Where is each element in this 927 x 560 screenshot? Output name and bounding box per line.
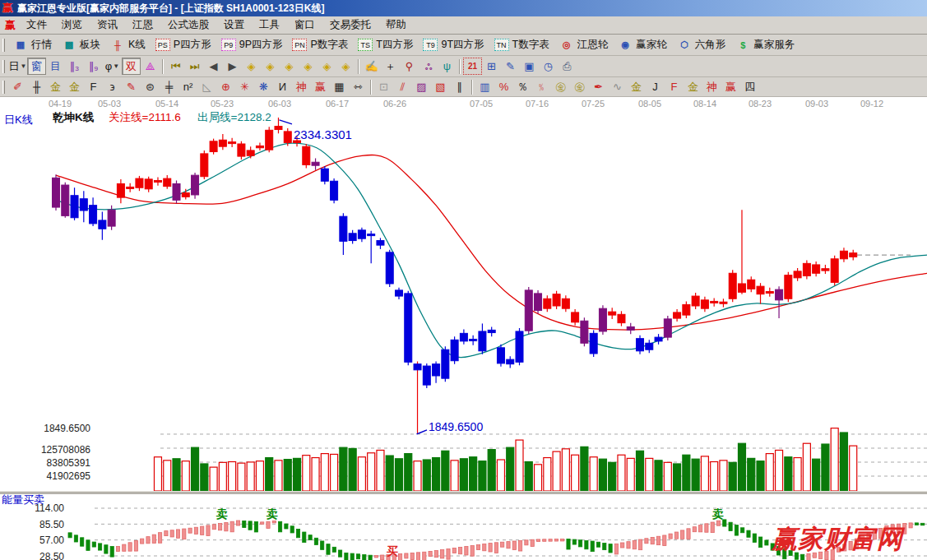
chart-area[interactable]: 04-1905-0305-1405-2306-0306-1706-2607-05… xyxy=(0,97,927,560)
toolbar-button-pen-tool[interactable]: ✎ xyxy=(122,78,141,95)
toolbar-button-shen-tool[interactable]: 神 xyxy=(292,78,311,95)
toolbar-button-last-bar[interactable]: ⏭ xyxy=(185,58,204,75)
toolbar-button-first-bar[interactable]: ⏮ xyxy=(166,58,185,75)
menu-item-6[interactable]: 设置 xyxy=(216,16,252,34)
toolbar-button-four-angle[interactable]: 四 xyxy=(740,78,759,95)
toolbar-button-circle-cycle[interactable]: ⊜ xyxy=(141,78,160,95)
toolbar-button-sectors[interactable]: ▩板块 xyxy=(57,36,105,53)
toolbar-button-hand-tool[interactable]: ✍ xyxy=(362,58,381,75)
toolbar-button-ying-tool[interactable]: 赢 xyxy=(311,78,330,95)
toolbar-button-diamond-h-expand[interactable]: ◈ xyxy=(280,58,299,75)
toolbar-button-diamond-fit[interactable]: ◈ xyxy=(336,58,355,75)
toolbar-button-ying-angle[interactable]: 赢 xyxy=(721,78,740,95)
pane-separator[interactable] xyxy=(0,491,927,494)
menu-item-9[interactable]: 交易委托 xyxy=(322,16,378,34)
toolbar-button-gann-tool[interactable]: ஃ xyxy=(419,58,438,75)
menu-item-2[interactable]: 浏览 xyxy=(54,16,90,34)
title-bar[interactable]: 赢 赢家江恩专业版[赢家内部服务平台] - [上证指数 SH1A0001-123… xyxy=(0,0,927,16)
toolbar-button-prev-bar[interactable]: ◀ xyxy=(204,58,223,75)
toolbar-button-color-chart[interactable]: ⟁ xyxy=(141,58,160,75)
toolbar-button-gold-angle-2[interactable]: 金 xyxy=(684,78,702,95)
toolbar-button-fan-lines[interactable]: ⫽ xyxy=(393,78,412,95)
toolbar-button-qiankun-toggle[interactable]: 双 xyxy=(122,58,141,75)
toolbar-button-period-daily[interactable]: 日▼ xyxy=(8,58,27,75)
toolbar-button-winner-wheel[interactable]: ◉赢家轮 xyxy=(613,36,672,53)
menu-item-8[interactable]: 窗口 xyxy=(287,16,322,34)
menu-item-3[interactable]: 资讯 xyxy=(90,16,125,34)
toolbar-button-quotes[interactable]: ▦行情 xyxy=(8,36,57,53)
toolbar-button-box-select[interactable]: ⊡ xyxy=(374,78,393,95)
toolbar-button-grid-123[interactable]: ▦ xyxy=(330,78,349,95)
toolbar-button-diamond-right[interactable]: ◈ xyxy=(261,58,280,75)
toolbar-button-gold-circle-1[interactable]: ㊎ xyxy=(551,78,570,95)
toolbar-button-hexagon[interactable]: ⬡六角形 xyxy=(672,36,731,53)
menu-item-1[interactable]: 文件 xyxy=(19,16,54,34)
toolbar-button-gold-angle[interactable]: 金 xyxy=(627,78,646,95)
toolbar-button-diamond-expand-all[interactable]: ◈ xyxy=(317,58,336,75)
toolbar-button-bars-9[interactable]: ∥₉ xyxy=(84,58,103,75)
toolbar-button-star-web[interactable]: ✳ xyxy=(235,78,254,95)
toolbar-button-gold-circle-2[interactable]: ㊎ xyxy=(570,78,589,95)
toolbar-button-wave-angle[interactable]: ∿ xyxy=(608,78,627,95)
toolbar-button-calculator[interactable]: ⊞ xyxy=(482,58,501,75)
toolbar-button-crosshair-tool[interactable]: ＋ xyxy=(381,58,400,75)
toolbar-button-diamond-left[interactable]: ◈ xyxy=(242,58,261,75)
toolbar-button-j-angle[interactable]: J xyxy=(646,78,665,95)
toolbar-button-zoom-tool[interactable]: ⚲ xyxy=(400,58,419,75)
toolbar-button-spiral-tool[interactable]: ϶ xyxy=(103,78,122,95)
toolbar-button-save[interactable]: ▣ xyxy=(520,58,539,75)
toolbar-button-9t-square[interactable]: T99T四方形 xyxy=(418,36,489,53)
toolbar-button-percent-tool[interactable]: ％ xyxy=(513,78,532,95)
menu-item-5[interactable]: 公式选股 xyxy=(160,16,216,34)
toolbar-button-kline[interactable]: ╫K线 xyxy=(105,36,151,53)
toolbar-grip[interactable] xyxy=(2,60,5,73)
toolbar-button-web-grid[interactable]: ❋ xyxy=(254,78,273,95)
toolbar-button-gann-box[interactable]: ▨ xyxy=(412,78,431,95)
toolbar-button-p-square[interactable]: PSP四方形 xyxy=(151,36,216,53)
toolbar-button-bars-3[interactable]: ∥₃ xyxy=(65,58,84,75)
toolbar-button-gold-segment-1[interactable]: 金 xyxy=(46,78,65,95)
toolbar-button-tick-ruler[interactable]: ╪ xyxy=(160,78,178,95)
menu-item-4[interactable]: 江恩 xyxy=(125,16,160,34)
toolbar-button-gann-wheel[interactable]: ◎江恩轮 xyxy=(554,36,614,53)
toolbar-button-measure-lines[interactable]: ╫ xyxy=(27,78,46,95)
toolbar-button-analysis-tool[interactable]: ψ xyxy=(438,58,457,75)
toolbar-button-knife-tool[interactable]: ✐ xyxy=(8,78,27,95)
indicator-legend-name[interactable]: 乾坤K线 xyxy=(53,110,94,125)
menu-item-10[interactable]: 帮助 xyxy=(378,16,414,34)
toolbar-button-gold-segment-2[interactable]: 金 xyxy=(65,78,84,95)
toolbar-button-n-square[interactable]: n² xyxy=(178,78,197,95)
toolbar-button-chart-window[interactable]: 窗 xyxy=(27,58,46,75)
toolbar-grip[interactable] xyxy=(2,81,5,94)
toolbar-button-fibonacci-tool[interactable]: F xyxy=(84,78,103,95)
menu-item-7[interactable]: 工具 xyxy=(252,16,287,34)
toolbar-button-parallel-lines[interactable]: ∥ xyxy=(450,78,469,95)
toolbar-button-scheduled-save[interactable]: ◷ xyxy=(539,58,558,75)
toolbar-button-circle-cross[interactable]: ⊕ xyxy=(216,78,235,95)
toolbar-button-percent-line[interactable]: ﹪ xyxy=(532,78,551,95)
toolbar-button-stats-bars[interactable]: ▥ xyxy=(475,78,494,95)
toolbar-button-wave-mark[interactable]: И xyxy=(273,78,292,95)
toolbar-button-9p-square[interactable]: P99P四方形 xyxy=(216,36,288,53)
toolbar-button-winner-service[interactable]: $赢家服务 xyxy=(730,36,800,53)
toolbar-button-brush-angle[interactable]: ✒ xyxy=(589,78,608,95)
toolbar-button-shen-angle[interactable]: 神 xyxy=(702,78,721,95)
toolbar-button-calendar[interactable]: 21 xyxy=(463,58,482,75)
toolbar-button-p-number-table[interactable]: PNP数字表 xyxy=(287,36,353,53)
toolbar-button-notes[interactable]: ✎ xyxy=(501,58,520,75)
toolbar-button-percent-retrace[interactable]: % xyxy=(494,78,513,95)
dropdown-arrow-icon[interactable]: ▼ xyxy=(113,62,119,70)
toolbar-button-gann-square-tool[interactable]: ▧ xyxy=(431,78,450,95)
toolbar-button-t-number-table[interactable]: TNT数字表 xyxy=(489,36,554,53)
toolbar-grip[interactable] xyxy=(2,39,5,52)
toolbar-button-width-arrow[interactable]: ⇿ xyxy=(349,78,368,95)
toolbar-button-t-square[interactable]: TST四方形 xyxy=(353,36,418,53)
toolbar-button-diamond-compress[interactable]: ◈ xyxy=(299,58,317,75)
toolbar-button-f-angle[interactable]: F xyxy=(665,78,684,95)
toolbar-button-candle-style[interactable]: φ▼ xyxy=(103,58,122,75)
toolbar-button-angle-ruler[interactable]: ◺ xyxy=(197,78,216,95)
dropdown-arrow-icon[interactable]: ▼ xyxy=(21,62,27,70)
toolbar-button-print[interactable]: ⎙ xyxy=(558,58,577,75)
toolbar-button-next-bar[interactable]: ▶ xyxy=(223,58,242,75)
toolbar-button-quote-list[interactable]: 目 xyxy=(46,58,65,75)
